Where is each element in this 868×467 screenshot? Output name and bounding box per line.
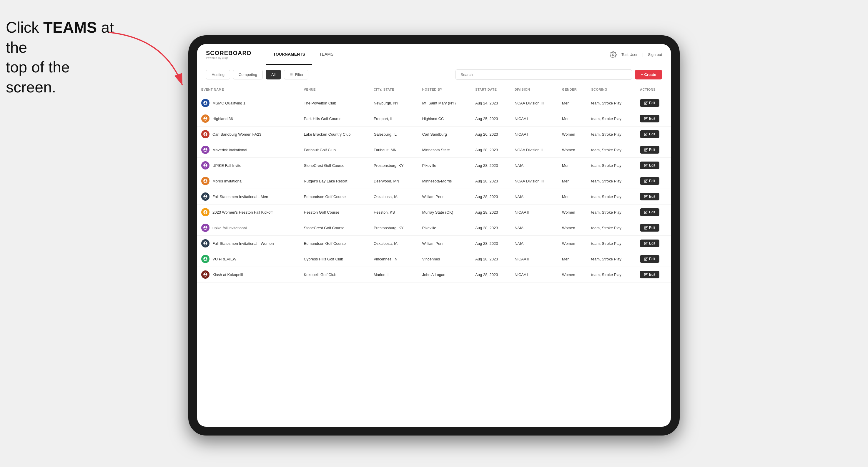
event-name-cell: Carl Sandburg Women FA23 <box>197 127 300 142</box>
actions-cell: Edit <box>636 95 671 111</box>
table-row: Morris Invitational Rutger's Bay Lake Re… <box>197 173 671 189</box>
table-row: upike fall invitational StoneCrest Golf … <box>197 220 671 236</box>
edit-icon <box>644 257 648 261</box>
city-cell: Vincennes, IN <box>370 251 418 267</box>
city-cell: Prestonsburg, KY <box>370 220 418 236</box>
venue-cell: The Powelton Club <box>300 95 370 111</box>
hosted-by-cell: Minnesota-Morris <box>418 173 471 189</box>
edit-button[interactable]: Edit <box>640 99 659 107</box>
edit-button[interactable]: Edit <box>640 240 659 247</box>
gender-cell: Men <box>558 111 587 127</box>
division-cell: NICAA I <box>510 111 558 127</box>
venue-cell: Park Hills Golf Course <box>300 111 370 127</box>
team-logo <box>201 146 210 154</box>
edit-button[interactable]: Edit <box>640 146 659 154</box>
nav-right: Test User | Sign out <box>610 51 662 58</box>
gender-cell: Men <box>558 158 587 173</box>
division-cell: NAIA <box>510 158 558 173</box>
gender-cell: Men <box>558 95 587 111</box>
hosted-by-cell: Mt. Saint Mary (NY) <box>418 95 471 111</box>
edit-button[interactable]: Edit <box>640 161 659 169</box>
event-name: UPIKE Fall Invite <box>212 163 241 168</box>
table-row: UPIKE Fall Invite StoneCrest Golf Course… <box>197 158 671 173</box>
filter-icon-btn[interactable]: Filter <box>284 70 308 80</box>
actions-cell: Edit <box>636 267 671 282</box>
event-name-cell: Fall Statesmen Invitational - Men <box>197 189 300 205</box>
all-filter-btn[interactable]: All <box>266 70 281 80</box>
actions-cell: Edit <box>636 111 671 127</box>
col-hosted-by: HOSTED BY <box>418 84 471 95</box>
edit-button[interactable]: Edit <box>640 208 659 216</box>
edit-icon <box>644 273 648 276</box>
date-cell: Aug 26, 2023 <box>471 127 510 142</box>
edit-icon <box>644 132 648 136</box>
scoring-cell: team, Stroke Play <box>587 267 636 282</box>
event-name: Morris Invitational <box>212 179 243 183</box>
gender-cell: Women <box>558 220 587 236</box>
edit-icon <box>644 226 648 229</box>
event-name-cell: VU PREVIEW <box>197 251 300 267</box>
edit-button[interactable]: Edit <box>640 115 659 122</box>
logo-text: SCOREBOARD <box>206 50 251 57</box>
city-cell: Hesston, KS <box>370 205 418 220</box>
event-name: Klash at Kokopelli <box>212 273 243 277</box>
venue-cell: Lake Bracken Country Club <box>300 127 370 142</box>
team-logo <box>201 115 210 123</box>
edit-button[interactable]: Edit <box>640 177 659 185</box>
venue-cell: StoneCrest Golf Course <box>300 158 370 173</box>
event-name-cell: Highland 36 <box>197 111 300 127</box>
table-row: Fall Statesmen Invitational - Women Edmu… <box>197 236 671 251</box>
actions-cell: Edit <box>636 173 671 189</box>
event-name-cell: Fall Statesmen Invitational - Women <box>197 236 300 251</box>
col-event-name: EVENT NAME <box>197 84 300 95</box>
event-name-cell: UPIKE Fall Invite <box>197 158 300 173</box>
team-logo <box>201 271 210 279</box>
actions-cell: Edit <box>636 251 671 267</box>
search-input[interactable] <box>456 69 632 80</box>
event-name-cell: 2023 Women's Hesston Fall Kickoff <box>197 205 300 220</box>
edit-button[interactable]: Edit <box>640 271 659 278</box>
hosted-by-cell: John A Logan <box>418 267 471 282</box>
event-name-cell: Morris Invitational <box>197 173 300 189</box>
event-name: upike fall invitational <box>212 226 247 230</box>
event-name-cell: MSMC Qualifying 1 <box>197 95 300 111</box>
team-logo <box>201 208 210 216</box>
tournaments-table: EVENT NAME VENUE CITY, STATE HOSTED BY S… <box>197 84 671 282</box>
event-name-cell: upike fall invitational <box>197 220 300 236</box>
user-name: Test User <box>621 52 638 57</box>
division-cell: NICAA II <box>510 205 558 220</box>
team-logo <box>201 161 210 169</box>
date-cell: Aug 28, 2023 <box>471 220 510 236</box>
event-name: Fall Statesmen Invitational - Men <box>212 194 268 199</box>
competing-filter-btn[interactable]: Competing <box>233 70 263 80</box>
edit-button[interactable]: Edit <box>640 193 659 200</box>
table-header: EVENT NAME VENUE CITY, STATE HOSTED BY S… <box>197 84 671 95</box>
tablet-frame: SCOREBOARD Powered by cliqd TOURNAMENTS … <box>188 35 680 436</box>
create-button[interactable]: + Create <box>635 70 662 80</box>
city-cell: Faribault, MN <box>370 142 418 158</box>
table-row: MSMC Qualifying 1 The Powelton ClubNewbu… <box>197 95 671 111</box>
date-cell: Aug 28, 2023 <box>471 205 510 220</box>
edit-icon <box>644 179 648 183</box>
scoring-cell: team, Stroke Play <box>587 205 636 220</box>
edit-button[interactable]: Edit <box>640 255 659 263</box>
event-name: 2023 Women's Hesston Fall Kickoff <box>212 210 273 215</box>
scoring-cell: team, Stroke Play <box>587 220 636 236</box>
table-container: EVENT NAME VENUE CITY, STATE HOSTED BY S… <box>197 84 671 427</box>
city-cell: Oskaloosa, IA <box>370 189 418 205</box>
division-cell: NICAA II <box>510 251 558 267</box>
nav-tab-tournaments[interactable]: TOURNAMENTS <box>266 44 312 65</box>
event-name: Maverick Invitational <box>212 148 247 152</box>
search-container <box>456 69 632 80</box>
edit-icon <box>644 101 648 105</box>
tablet-screen: SCOREBOARD Powered by cliqd TOURNAMENTS … <box>197 44 671 427</box>
settings-icon[interactable] <box>610 51 617 58</box>
city-cell: Freeport, IL <box>370 111 418 127</box>
venue-cell: Edmundson Golf Course <box>300 189 370 205</box>
signout-link[interactable]: Sign out <box>648 52 662 57</box>
nav-tab-teams[interactable]: TEAMS <box>312 44 340 65</box>
edit-button[interactable]: Edit <box>640 224 659 231</box>
actions-cell: Edit <box>636 205 671 220</box>
hosting-filter-btn[interactable]: Hosting <box>206 70 230 80</box>
edit-button[interactable]: Edit <box>640 130 659 138</box>
